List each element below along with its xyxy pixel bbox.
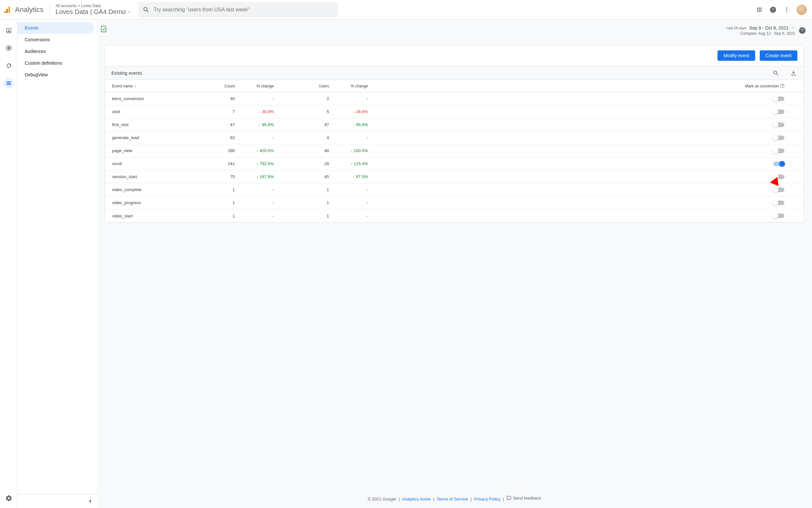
download-icon[interactable]: [790, 69, 797, 77]
conversion-toggle[interactable]: [773, 187, 784, 192]
conversion-toggle[interactable]: [773, 174, 784, 179]
event-name[interactable]: bens_conversion: [111, 96, 209, 101]
sidebar-item-conversions[interactable]: Conversions: [17, 34, 94, 45]
rail-configure-icon[interactable]: [4, 78, 14, 88]
table-row: video_progress1-1-: [105, 196, 804, 209]
svg-rect-4: [759, 7, 760, 8]
th-change2[interactable]: % change: [329, 84, 368, 88]
svg-rect-1: [6, 9, 8, 13]
th-change1[interactable]: % change: [235, 84, 274, 88]
conversion-toggle[interactable]: [773, 162, 784, 166]
event-name[interactable]: scroll: [111, 161, 209, 166]
event-name[interactable]: video_start: [111, 214, 209, 218]
sidebar-item-audiences[interactable]: Audiences: [17, 45, 94, 57]
avatar[interactable]: [797, 5, 807, 15]
event-change-count: ↓ 30.0%: [235, 109, 274, 114]
event-count: 241: [209, 161, 235, 166]
table-row: video_start1-1-: [105, 209, 804, 222]
mark-conversion-cell: [368, 174, 797, 179]
event-change-count: -: [235, 200, 274, 205]
footer-link-privacy[interactable]: Privacy Policy: [474, 497, 500, 502]
table-row: first_visit47↑ 95.8%47↑ 95.8%: [105, 118, 804, 131]
chevron-down-icon: [791, 26, 795, 30]
table-row: generate_lead82-4-: [105, 131, 804, 144]
event-change-users: -: [329, 200, 368, 205]
event-change-users: ↑ 100.0%: [329, 148, 368, 153]
card-actions: Modify event Create event: [105, 45, 804, 66]
table-row: video_complete1-1-: [105, 183, 804, 196]
help-icon[interactable]: ?: [799, 27, 806, 34]
logo-text: Analytics: [15, 5, 44, 14]
svg-point-15: [786, 9, 787, 10]
sidebar-item-debugview[interactable]: DebugView: [17, 69, 94, 81]
mark-conversion-cell: [368, 96, 797, 101]
event-change-count: -: [235, 135, 274, 140]
event-count: 7: [209, 109, 235, 114]
svg-text:?: ?: [772, 7, 774, 12]
event-count: 40: [209, 96, 235, 101]
event-users: 5: [274, 109, 329, 114]
th-users[interactable]: Users: [274, 84, 329, 88]
account-selector[interactable]: All accounts > Loves Data Loves Data | G…: [55, 4, 134, 15]
sidebar-collapse[interactable]: [17, 494, 97, 508]
event-count: 286: [209, 148, 235, 153]
table-row: page_view286↑ 420.0%48↑ 100.0%: [105, 144, 804, 157]
conversion-toggle[interactable]: [773, 214, 784, 218]
event-name[interactable]: page_view: [111, 148, 209, 153]
event-name[interactable]: generate_lead: [111, 135, 209, 140]
event-tick-icon: [100, 25, 107, 33]
rail-admin-icon[interactable]: [4, 493, 14, 503]
rail-explore-icon[interactable]: [4, 43, 14, 53]
event-change-count: ↑ 792.6%: [235, 161, 274, 166]
event-name[interactable]: session_start: [111, 174, 209, 179]
conversion-toggle[interactable]: [773, 110, 784, 114]
conversion-toggle[interactable]: [773, 135, 784, 140]
breadcrumb: All accounts > Loves Data: [55, 4, 134, 8]
modify-event-button[interactable]: Modify event: [717, 50, 755, 61]
mark-conversion-cell: [368, 201, 797, 205]
svg-rect-9: [757, 11, 758, 12]
rail-ads-icon[interactable]: [4, 60, 14, 71]
svg-rect-23: [6, 82, 11, 82]
sidebar-item-events[interactable]: Events: [17, 22, 94, 34]
table-search-icon[interactable]: [772, 69, 780, 77]
event-change-users: -: [329, 135, 368, 140]
sidebar: EventsConversionsAudiencesCustom definit…: [17, 19, 97, 508]
conversion-toggle[interactable]: [773, 149, 784, 153]
event-name[interactable]: video_complete: [111, 187, 209, 192]
footer-link-tos[interactable]: Terms of Service: [436, 497, 468, 502]
event-change-count: -: [235, 187, 274, 192]
date-compare-text: Compare: Aug 12 - Sep 8, 2021: [726, 31, 795, 36]
conversion-toggle[interactable]: [773, 201, 784, 205]
property-name-text: Loves Data | GA4 Demo: [55, 8, 126, 15]
create-event-button[interactable]: Create event: [760, 50, 797, 61]
logo[interactable]: Analytics: [4, 5, 44, 14]
conversion-toggle[interactable]: [773, 96, 784, 101]
th-count[interactable]: Count: [209, 84, 235, 88]
svg-point-14: [786, 7, 787, 8]
footer-link-home[interactable]: Analytics home: [402, 497, 431, 502]
apps-icon[interactable]: [756, 6, 763, 14]
search-bar[interactable]: [138, 2, 338, 17]
event-name[interactable]: first_visit: [111, 122, 209, 127]
send-feedback[interactable]: Send feedback: [506, 495, 541, 501]
svg-rect-10: [759, 11, 760, 12]
table-header-row: Event name ↑ Count % change Users % chan…: [105, 80, 804, 92]
event-name[interactable]: video_progress: [111, 200, 209, 205]
help-icon[interactable]: ?: [769, 6, 777, 14]
th-name[interactable]: Event name ↑: [111, 84, 209, 88]
event-name[interactable]: click: [111, 109, 209, 114]
conversion-toggle[interactable]: [773, 123, 784, 127]
search-input[interactable]: [154, 7, 334, 13]
rail-reports-icon[interactable]: [4, 25, 14, 36]
nav-rail: [0, 19, 17, 508]
event-count: 47: [209, 122, 235, 127]
sidebar-item-custom-definitions[interactable]: Custom definitions: [17, 57, 94, 69]
event-count: 75: [209, 174, 235, 179]
help-inline-icon[interactable]: ?: [780, 84, 784, 88]
date-range-selector[interactable]: Last 28 days Sep 9 - Oct 6, 2021: [726, 25, 795, 31]
more-icon[interactable]: [783, 6, 791, 14]
table-row: session_start75↑ 167.9%45↑ 87.5%: [105, 170, 804, 183]
date-bar: Last 28 days Sep 9 - Oct 6, 2021 Compare…: [97, 19, 812, 39]
events-card: Modify event Create event Existing event…: [105, 45, 804, 223]
